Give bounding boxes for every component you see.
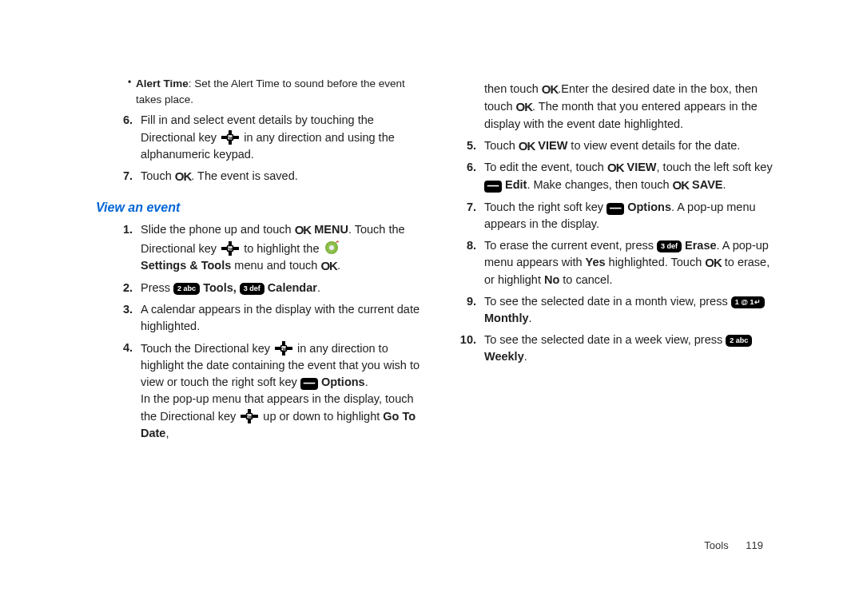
step-body: To see the selected date in a week view,…: [484, 332, 783, 365]
ok-icon: OK: [175, 168, 192, 185]
key-2abc-icon: 2 abc: [173, 283, 200, 295]
view-step-9: 9. To see the selected date in a month v…: [455, 293, 783, 327]
text: to cancel.: [559, 273, 612, 286]
text: menu and touch: [231, 259, 320, 272]
no-label: No: [544, 273, 559, 286]
erase-label: Erase: [682, 239, 717, 252]
ok-icon: OK: [516, 98, 533, 116]
ok-icon: OK: [542, 81, 559, 98]
step-number: 4.: [112, 340, 141, 442]
text: .: [317, 281, 320, 294]
text: .: [524, 350, 527, 363]
step-number: 7.: [455, 199, 484, 232]
menu-label: MENU: [311, 223, 348, 236]
view-step-4-cont: then touch OK.Enter the desired date in …: [455, 81, 783, 133]
options-label: Options: [624, 201, 671, 213]
left-column: • Alert Time: Set the Alert Time to soun…: [96, 76, 424, 447]
step-6: 6. Fill in and select event details by t…: [112, 112, 424, 163]
options-label: Options: [318, 376, 365, 388]
step-body: To erase the current event, press 3 def …: [484, 237, 783, 288]
right-column: then touch OK.Enter the desired date in …: [455, 76, 783, 447]
text: highlighted. Touch: [606, 256, 706, 268]
view-step-4: 4. Touch the Directional key in any dire…: [112, 340, 424, 442]
text: , touch the left soft key: [657, 161, 773, 173]
text: . Make changes, then touch: [527, 178, 672, 191]
bullet-text: Alert Time: Set the Alert Time to sound …: [136, 76, 424, 107]
step-body: Touch the Directional key in any directi…: [141, 340, 424, 442]
text: . The event is saved.: [191, 169, 298, 182]
text: To edit the event, touch: [484, 161, 607, 173]
text: Touch: [484, 139, 519, 152]
text: Touch the right soft key: [484, 201, 606, 213]
key-3def-icon: 3 def: [240, 283, 264, 295]
directional-key-icon: [220, 240, 241, 257]
step-number: 3.: [112, 301, 141, 335]
text: .: [337, 259, 340, 272]
gear-icon: [323, 239, 340, 256]
directional-key-icon: [273, 340, 294, 357]
page-number: 119: [746, 539, 763, 551]
step-body: To edit the event, touch OK VIEW, touch …: [484, 159, 783, 194]
text: Slide the phone up and touch: [141, 223, 295, 236]
view-label: VIEW: [535, 139, 567, 152]
text: to view event details for the date.: [567, 139, 740, 152]
step-body: Touch the right soft key — Options. A po…: [484, 199, 783, 232]
view-step-1: 1. Slide the phone up and touch OK MENU.…: [112, 221, 424, 275]
edit-label: Edit: [502, 178, 527, 191]
step-number: 7.: [112, 168, 141, 185]
step-number: 9.: [455, 293, 484, 327]
text: Touch: [141, 169, 175, 182]
text: up or down to highlight: [260, 410, 383, 423]
tools-label: Tools,: [200, 281, 240, 294]
text: Press: [141, 281, 173, 294]
monthly-label: Monthly: [484, 312, 529, 324]
ok-icon: OK: [519, 137, 535, 155]
text: ,: [165, 427, 169, 439]
directional-key-icon: [220, 129, 241, 146]
text: To see the selected date in a month view…: [484, 295, 731, 308]
text: Touch the Directional key: [141, 342, 273, 355]
manual-page: • Alert Time: Set the Alert Time to soun…: [0, 0, 863, 471]
ok-icon: OK: [320, 257, 337, 275]
ok-icon: OK: [705, 254, 722, 272]
ok-icon: OK: [673, 177, 690, 194]
key-3def-icon: 3 def: [657, 240, 682, 252]
calendar-label: Calendar: [264, 281, 317, 294]
step-body: Touch OK. The event is saved.: [141, 168, 424, 185]
bullet-dot: •: [128, 76, 136, 107]
softkey-dash-icon: —: [606, 203, 624, 215]
step-number: 2.: [112, 280, 141, 296]
text: To erase the current event, press: [484, 239, 657, 252]
step-body: then touch OK.Enter the desired date in …: [484, 81, 783, 133]
view-step-8: 8. To erase the current event, press 3 d…: [455, 237, 783, 288]
step-number: 8.: [455, 237, 484, 288]
step-body: Press 2 abc Tools, 3 def Calendar.: [141, 280, 424, 296]
step-7: 7. Touch OK. The event is saved.: [112, 168, 424, 185]
view-step-2: 2. Press 2 abc Tools, 3 def Calendar.: [112, 280, 424, 296]
save-label: SAVE: [689, 178, 722, 191]
text: .: [529, 312, 532, 324]
bullet-lead: Alert Time: [136, 77, 189, 89]
step-body: To see the selected date in a month view…: [484, 293, 783, 327]
weekly-label: Weekly: [484, 350, 524, 363]
ok-icon: OK: [607, 159, 624, 177]
text: .: [365, 376, 368, 388]
view-step-5: 5. Touch OK VIEW to view event details f…: [455, 137, 783, 155]
yes-label: Yes: [586, 256, 606, 268]
text: to highlight the: [241, 242, 322, 255]
ok-icon: OK: [295, 221, 312, 239]
section-heading-view-event: View an event: [96, 198, 424, 217]
step-number: [455, 81, 484, 133]
view-step-6: 6. To edit the event, touch OK VIEW, tou…: [455, 159, 783, 194]
step-body: Fill in and select event details by touc…: [141, 112, 424, 163]
footer-section: Tools: [704, 539, 728, 551]
sub-bullet-alert-time: • Alert Time: Set the Alert Time to soun…: [128, 76, 424, 107]
view-step-3: 3. A calendar appears in the display wit…: [112, 301, 424, 335]
softkey-dash-icon: —: [300, 378, 318, 390]
step-body: Slide the phone up and touch OK MENU. To…: [141, 221, 424, 275]
step-body: Touch OK VIEW to view event details for …: [484, 137, 783, 155]
step-number: 1.: [112, 221, 141, 275]
step-number: 5.: [455, 137, 484, 155]
step-number: 10.: [455, 332, 484, 365]
key-1-icon: 1 @ 1↵: [731, 296, 765, 308]
